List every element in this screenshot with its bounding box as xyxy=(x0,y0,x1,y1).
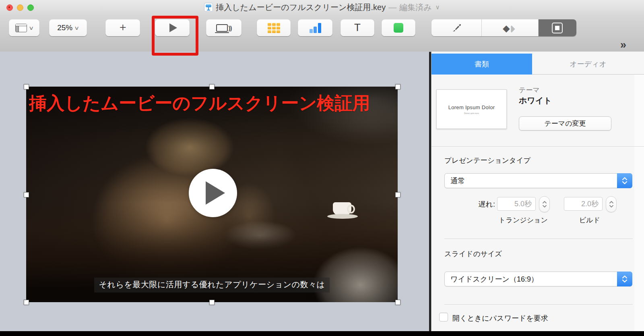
dropdown-chevrons-icon xyxy=(617,173,632,188)
keynote-live-icon: )) xyxy=(216,24,232,32)
tab-audio[interactable]: オーディオ xyxy=(532,54,644,75)
transition-delay-stepper[interactable] xyxy=(539,196,550,212)
build-delay-field[interactable]: 2.0秒 xyxy=(564,197,603,211)
divider xyxy=(444,304,633,305)
plus-icon: ＋ xyxy=(118,22,128,33)
slide-title-overlay: 挿入したムービーのフルスクリーン検証用 xyxy=(29,91,398,115)
zoom-value: 25% xyxy=(57,23,72,32)
table-button-group: 表 xyxy=(256,15,291,52)
presentation-type-value: 通常 xyxy=(445,176,465,186)
theme-thumbnail-subtitle: Donec quis nunc xyxy=(464,112,479,114)
shape-button[interactable] xyxy=(382,19,415,36)
window-title: 挿入したムービーのフルスクリーン検証用.key xyxy=(216,2,386,13)
selection-handle-top-right[interactable] xyxy=(395,84,400,89)
selection-handle-top-center[interactable] xyxy=(209,84,215,89)
movie-subtitle: それらを最大限に活用する優れたアプリケーションの数々は xyxy=(94,278,330,292)
annotation-highlight-box xyxy=(152,16,198,56)
selection-handle-bottom-center[interactable] xyxy=(209,300,215,305)
build-label: ビルド xyxy=(570,216,610,225)
toolbar: ∨ 表示 25% ∨ 拡大/縮小 ＋ スライドを追加 再生 xyxy=(0,15,644,52)
inspector-sidebar: 書類 オーディオ Lorem Ipsum Dolor Donec quis nu… xyxy=(431,52,644,336)
keynote-window: 挿入したムービーのフルスクリーン検証用.key — 編集済み ∨ ∨ 表示 25… xyxy=(0,0,644,336)
delay-label: 遅れ: xyxy=(467,199,495,209)
title-chevron-icon[interactable]: ∨ xyxy=(436,4,440,11)
selected-movie[interactable]: 挿入したムービーのフルスクリーン検証用 それらを最大限に活用する優れたアプリケー… xyxy=(26,87,398,302)
edited-status: 編集済み xyxy=(399,2,431,13)
text-button-group: T テキスト xyxy=(340,15,375,52)
inspector-segmented-control: ◆ ◆ xyxy=(431,19,576,36)
password-checkbox-label: 開くときにパスワードを要求 xyxy=(452,313,548,323)
title-dash: — xyxy=(388,3,396,12)
presentation-type-dropdown[interactable]: 通常 xyxy=(444,173,632,188)
paintbrush-icon xyxy=(451,23,462,33)
slide-size-value: ワイドスクリーン（16:9） xyxy=(445,274,538,284)
keynote-live-button-group: )) Keynote Live xyxy=(201,15,246,52)
build-delay-stepper[interactable] xyxy=(606,196,617,212)
divider xyxy=(431,146,644,147)
chevron-down-icon: ∨ xyxy=(74,25,79,31)
keynote-app-icon xyxy=(204,3,213,12)
divider xyxy=(444,239,633,239)
document-icon xyxy=(552,23,563,33)
toolbar-overflow-button[interactable]: » xyxy=(620,39,625,51)
shape-button-group: 図形 xyxy=(381,15,416,52)
selection-handle-mid-left[interactable] xyxy=(24,192,29,197)
selection-handle-top-left[interactable] xyxy=(24,84,29,89)
format-button[interactable] xyxy=(431,19,482,36)
title-bar: 挿入したムービーのフルスクリーン検証用.key — 編集済み ∨ xyxy=(0,0,644,15)
movie-play-overlay-button[interactable] xyxy=(189,169,237,217)
play-icon xyxy=(206,181,225,205)
table-icon xyxy=(268,23,280,33)
change-theme-button[interactable]: テーマの変更 xyxy=(519,116,611,131)
theme-thumbnail[interactable]: Lorem Ipsum Dolor Donec quis nunc xyxy=(436,89,507,129)
selection-handle-bottom-right[interactable] xyxy=(395,300,400,305)
table-button[interactable] xyxy=(257,19,291,36)
chevron-down-icon: ∨ xyxy=(29,25,34,31)
presentation-type-label: プレゼンテーションタイプ xyxy=(444,156,531,165)
selection-handle-bottom-left[interactable] xyxy=(24,300,29,305)
chart-button-group: グラフ xyxy=(297,15,333,52)
text-button[interactable]: T xyxy=(341,19,374,36)
theme-name: ホワイト xyxy=(519,95,552,106)
view-button-group: ∨ 表示 xyxy=(9,15,39,52)
slide-size-label: スライドのサイズ xyxy=(444,249,502,259)
saucer xyxy=(327,214,358,219)
transition-delay-field[interactable]: 5.0秒 xyxy=(497,197,536,211)
coffee-cup xyxy=(333,202,351,215)
transition-label: トランジション xyxy=(493,216,553,225)
tab-document[interactable]: 書類 xyxy=(431,54,532,75)
view-layout-icon xyxy=(15,24,27,32)
add-slide-button[interactable]: ＋ xyxy=(105,19,140,36)
view-button[interactable]: ∨ xyxy=(9,19,39,36)
screenshot-bottom-edge xyxy=(0,331,644,336)
slide-size-dropdown[interactable]: ワイドスクリーン（16:9） xyxy=(444,272,632,286)
add-slide-button-group: ＋ スライドを追加 xyxy=(101,15,144,52)
animate-diamond-icon: ◆ ◆ xyxy=(503,23,517,33)
theme-label: テーマ xyxy=(519,85,540,95)
document-button[interactable] xyxy=(539,19,576,36)
chart-icon xyxy=(310,23,321,33)
zoom-button-group: 25% ∨ 拡大/縮小 xyxy=(47,15,89,52)
inspector-segmented-group: ◆ ◆ フォーマット アニメーション 書類 xyxy=(431,15,576,52)
password-checkbox[interactable] xyxy=(439,313,448,321)
chart-button[interactable] xyxy=(298,19,332,36)
animate-button[interactable]: ◆ ◆ xyxy=(482,19,538,36)
theme-thumbnail-title: Lorem Ipsum Dolor xyxy=(448,104,495,110)
keynote-live-button[interactable]: )) xyxy=(206,19,242,36)
selection-handle-mid-right[interactable] xyxy=(395,192,400,197)
dropdown-chevrons-icon xyxy=(617,272,632,286)
window-title-group: 挿入したムービーのフルスクリーン検証用.key — 編集済み ∨ xyxy=(0,0,644,15)
inspector-tab-bar: 書類 オーディオ xyxy=(431,54,644,75)
sidebar-scroll-gutter[interactable] xyxy=(634,75,644,336)
shape-icon xyxy=(394,23,403,33)
zoom-button[interactable]: 25% ∨ xyxy=(49,19,87,36)
text-tool-icon: T xyxy=(354,21,361,34)
slide-canvas[interactable]: 挿入したムービーのフルスクリーン検証用 それらを最大限に活用する優れたアプリケー… xyxy=(0,52,429,336)
